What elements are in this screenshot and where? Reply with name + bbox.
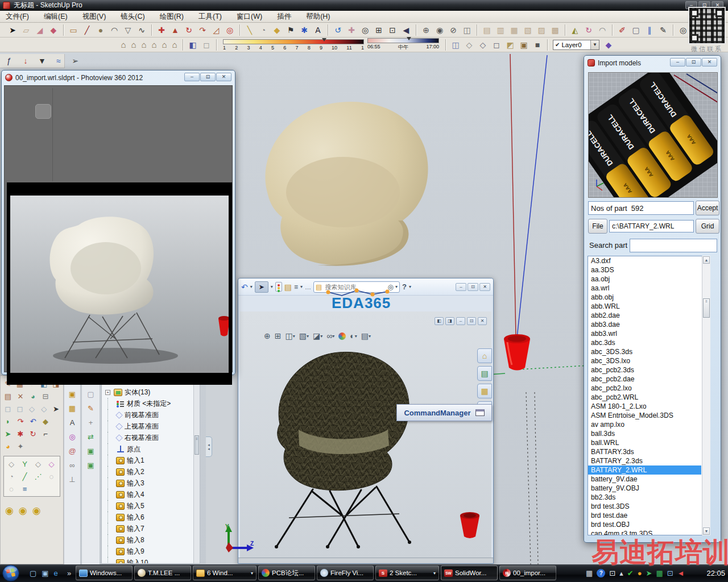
eraser-tool[interactable]: ◢ [33, 24, 47, 36]
look-around-tool[interactable]: ◉ [433, 24, 446, 36]
array-icon[interactable]: ▧ [521, 24, 535, 36]
display-style-icon[interactable]: ◪▾ [312, 331, 324, 341]
menu-插件[interactable]: 插件 [277, 12, 291, 22]
tree-item[interactable]: 输入1 [105, 455, 200, 466]
scale-tool[interactable]: ◿ [209, 24, 223, 36]
rectangle-tool[interactable]: ▭ [67, 24, 80, 36]
undo-icon[interactable]: ↶ [241, 282, 248, 292]
file-item[interactable]: abb3.dae [588, 320, 701, 329]
stamp-icon[interactable]: ▦ [507, 24, 521, 36]
zoom-window-tool[interactable]: ⊞ [372, 24, 386, 36]
ghost-cube-icon[interactable]: ◇ [26, 403, 37, 414]
orbit-tool[interactable]: ↺ [331, 24, 345, 36]
dots-cube-icon[interactable]: ◌ [46, 471, 57, 482]
file-item[interactable]: ASM 180-1_2.Lxo [588, 402, 701, 411]
box-wire2-icon[interactable]: ◇ [32, 458, 44, 469]
view-left[interactable]: ⌂ [169, 39, 180, 51]
3d-text-tool[interactable]: A [311, 24, 325, 36]
add-detail-icon[interactable]: ▤ [2, 390, 14, 402]
style-textured[interactable]: ▣ [517, 39, 531, 51]
shadows-icon[interactable]: ◐▾ [349, 331, 358, 341]
pin-red-icon[interactable]: ✱ [15, 428, 26, 439]
maximize-button[interactable]: ⊡ [200, 73, 216, 81]
add-icon[interactable]: + [84, 416, 98, 429]
view-back[interactable]: ⌂ [159, 39, 169, 51]
restore-button[interactable]: ⊡ [467, 317, 476, 325]
render-options-button[interactable] [35, 104, 51, 119]
minimize-button[interactable]: – [456, 283, 466, 291]
coin-bulb-icon[interactable]: ◉ [5, 505, 14, 517]
accept-button[interactable]: Accept [696, 201, 719, 215]
flag-tool-icon[interactable]: ▼ [35, 55, 49, 67]
rotate-copy-icon[interactable]: ↻ [582, 24, 595, 36]
taskbar-item[interactable]: FireFly Vi... [317, 566, 374, 580]
flip-edge-icon[interactable]: ✕ [15, 390, 26, 402]
paint-roller-tool[interactable]: ◆ [270, 24, 284, 36]
file-item[interactable]: abc_3DS.3ds [588, 347, 701, 356]
zoom-fit-icon[interactable]: ⊕ [263, 331, 272, 341]
legend-icon[interactable]: ≡ [19, 483, 31, 494]
shadow-toggle-icon[interactable]: ◧ [186, 39, 200, 51]
camera-icon[interactable]: ▣ [65, 388, 79, 401]
tree-item[interactable]: 输入2 [105, 466, 200, 477]
tree-item[interactable]: 前视基准面 [105, 409, 200, 421]
file-explorer-tab[interactable]: ▦ [477, 384, 492, 398]
tree-item[interactable]: 输入5 [105, 500, 200, 512]
menu-窗口(W)[interactable]: 窗口(W) [237, 12, 262, 22]
coin-rotate-icon[interactable]: ◉ [32, 505, 41, 517]
file-item[interactable]: BATTARY_2.WRL [588, 465, 701, 475]
line-tool[interactable]: ╱ [80, 24, 94, 36]
file-item[interactable]: brd test.3DS [588, 502, 701, 511]
glasses-icon[interactable]: ∞ [65, 459, 79, 472]
smooth-arc-icon[interactable]: ◠ [595, 24, 609, 36]
box2-icon[interactable]: ▢ [84, 388, 98, 401]
tree-item[interactable]: 右视基准面 [105, 432, 200, 443]
script-icon[interactable]: ƒ [2, 55, 16, 67]
arc-tool[interactable]: ◠ [107, 24, 121, 36]
tools-icon[interactable]: ✦ [15, 440, 26, 452]
box-wire-icon[interactable]: ◇ [6, 458, 17, 469]
layer-dropdown[interactable]: ✔ Layer0 ▼ [553, 40, 599, 50]
text-box-icon[interactable]: A [65, 416, 79, 429]
menu-绘图(R)[interactable]: 绘图(R) [160, 12, 184, 22]
chevron-down-icon[interactable]: ▾ [250, 284, 253, 289]
tree-item[interactable]: 输入10 [105, 557, 200, 564]
page-icon[interactable]: ▢ [629, 24, 643, 36]
zoom-previous-tool[interactable]: ◀ [399, 24, 413, 36]
paste-icon[interactable]: ▤ [480, 24, 494, 36]
close-button[interactable]: ✕ [478, 317, 487, 325]
grid-button[interactable]: Grid [696, 219, 719, 234]
file-item[interactable]: abc.3ds [588, 338, 701, 347]
tree-item[interactable]: +实体(13) [105, 386, 200, 398]
list-icon[interactable]: ≡ [294, 283, 298, 291]
layers1-icon[interactable]: ▣ [84, 444, 98, 458]
file-item[interactable]: aa.obj [588, 275, 701, 284]
properties-icon[interactable]: ▤ [284, 282, 292, 292]
blue-guides-icon[interactable]: ∥ [643, 24, 656, 36]
tree-scrollbar[interactable]: ≡ [193, 373, 200, 563]
import-models-window[interactable]: Import models –⊡✕ [584, 55, 721, 543]
taskbar-item[interactable]: P00_impor... [499, 566, 556, 580]
window-switcher-icon[interactable]: ▣ [42, 569, 48, 577]
follow-me-tool[interactable]: ↷ [196, 24, 209, 36]
tape-measure-tool[interactable]: ╲ [243, 24, 257, 36]
traffic-light-icon[interactable] [275, 282, 282, 292]
tree-item[interactable]: 原点 [105, 443, 200, 455]
design-library-tab[interactable]: ▤ [477, 366, 492, 381]
weld-icon[interactable]: ↓ [19, 55, 32, 67]
time-gradient-bar[interactable] [367, 38, 439, 43]
shadow-off-icon[interactable]: ◻ [200, 39, 213, 51]
file-item[interactable]: abc_pcb2.lxo [588, 384, 701, 393]
hide-show-icon[interactable]: ∞▾ [325, 331, 336, 341]
file-item[interactable]: BATTARY_2.3ds [588, 456, 701, 465]
file-item[interactable]: ball.3ds [588, 429, 701, 438]
minimize-button[interactable]: – [456, 317, 465, 325]
box-pink-icon[interactable]: ◇ [46, 458, 57, 469]
style-monochrome[interactable]: ■ [531, 39, 544, 51]
search-input[interactable] [324, 283, 386, 291]
file-path-field[interactable] [609, 220, 694, 232]
style-shaded[interactable]: ◩ [503, 39, 517, 51]
export-icon[interactable]: ➢ [68, 55, 82, 67]
bend-blue-icon[interactable]: ↶ [27, 415, 39, 427]
wave-icon[interactable]: ≈ [52, 55, 65, 67]
